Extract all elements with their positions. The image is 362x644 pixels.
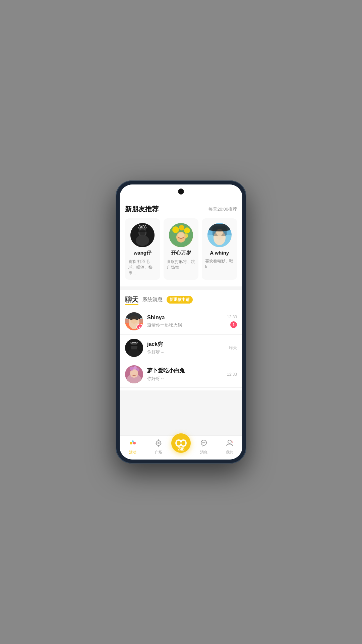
nav-item-square[interactable]: 广场: [145, 439, 171, 455]
avatar-detail-whiny: [207, 223, 232, 247]
chat-preview-jack: 你好呀～: [147, 349, 225, 355]
svg-point-52: [228, 440, 231, 443]
chat-info-shinya: Shinya 邀请你一起吃火锅: [147, 315, 223, 328]
match-center-button[interactable]: 匹配: [171, 433, 191, 453]
svg-point-46: [177, 441, 181, 445]
chat-list: ♥ Shinya 邀请你一起吃火锅 12:33 1: [120, 306, 242, 390]
chat-item-shinya[interactable]: ♥ Shinya 邀请你一起吃火锅 12:33 1: [120, 308, 242, 335]
friend-card-kaixin[interactable]: 开心万岁 喜欢打麻将、跳广场舞: [164, 218, 199, 280]
nav-label-message: 消息: [200, 450, 207, 455]
unread-badge-shinya: 1: [230, 321, 237, 328]
chat-meta-shinya: 12:33 1: [227, 315, 237, 328]
svg-point-49: [202, 442, 203, 443]
friend-desc-wang: 喜欢 打羽毛球、喝酒、撸串...: [128, 259, 157, 276]
chat-meta-luobo: 12:33: [227, 372, 237, 377]
nav-item-mine[interactable]: 我的: [217, 439, 242, 455]
svg-point-8: [179, 225, 184, 230]
svg-point-3: [139, 229, 145, 236]
friend-name-wang: wang仔: [134, 250, 152, 256]
square-icon: [154, 439, 163, 449]
avatar-kaixin: [169, 223, 193, 247]
svg-point-33: [133, 366, 137, 370]
friend-card-wang[interactable]: DMDO wang仔 喜欢 打羽毛球、喝酒、撸串...: [125, 218, 160, 280]
phone-frame: 新朋友推荐 每天20:00推荐 DMDO: [116, 180, 246, 464]
friends-subtitle: 每天20:00推荐: [208, 206, 237, 212]
friends-header: 新朋友推荐 每天20:00推荐: [125, 205, 237, 214]
nav-item-match[interactable]: 匹配: [171, 440, 191, 453]
svg-point-51: [204, 442, 205, 443]
friend-desc-whiny: 喜欢看电影、唱k: [205, 258, 234, 270]
avatar-wang: DMDO: [130, 223, 155, 247]
svg-point-35: [130, 442, 132, 444]
friend-desc-kaixin: 喜欢打麻将、跳广场舞: [167, 259, 195, 270]
svg-point-9: [184, 227, 190, 233]
chat-time-jack: 昨天: [229, 345, 237, 351]
chat-info-luobo: 萝卜爱吃小白兔 你好呀～: [147, 367, 223, 382]
chat-preview-luobo: 你好呀～: [147, 376, 223, 382]
svg-point-4: [136, 235, 149, 246]
svg-point-7: [172, 226, 179, 233]
message-icon: [199, 439, 208, 449]
svg-rect-5: [137, 230, 148, 232]
svg-point-32: [130, 367, 134, 371]
svg-point-50: [203, 442, 204, 443]
bottom-nav: 活动 广场: [120, 435, 242, 460]
friends-title: 新朋友推荐: [125, 205, 159, 214]
avatar-detail-kaixin: [169, 223, 193, 247]
chat-meta-jack: 昨天: [229, 345, 237, 351]
avatar-luobo: [125, 365, 143, 383]
content-area: 新朋友推荐 每天20:00推荐 DMDO: [120, 199, 242, 435]
chat-name-shinya: Shinya: [147, 315, 223, 321]
chat-name-jack: jack穷: [147, 341, 225, 348]
phone-screen: 新朋友推荐 每天20:00推荐 DMDO: [120, 184, 242, 460]
system-msg-button[interactable]: 系统消息: [142, 297, 163, 303]
chat-time-shinya: 12:33: [227, 315, 237, 319]
nav-label-activity: 活动: [129, 450, 136, 455]
chat-item-jack[interactable]: DMDO jack穷 你好呀～ 昨天: [120, 335, 242, 361]
match-label: 匹配: [178, 447, 184, 451]
friends-cards: DMDO wang仔 喜欢 打羽毛球、喝酒、撸串...: [125, 218, 237, 280]
chat-time-luobo: 12:33: [227, 372, 237, 377]
chat-name-luobo: 萝卜爱吃小白兔: [147, 367, 223, 374]
avatar-whiny: [207, 223, 232, 247]
chat-section: 聊天 系统消息 新退款申请: [120, 290, 242, 390]
chat-item-luobo[interactable]: 萝卜爱吃小白兔 你好呀～ 12:33: [120, 361, 242, 388]
chat-preview-shinya: 邀请你一起吃火锅: [147, 322, 223, 328]
nav-label-square: 广场: [155, 450, 162, 455]
nav-item-message[interactable]: 消息: [191, 439, 217, 455]
svg-point-34: [136, 368, 139, 371]
refund-badge[interactable]: 新退款申请: [167, 296, 193, 304]
friend-card-whiny[interactable]: A whiny 喜欢看电影、唱k: [202, 218, 237, 280]
nav-label-mine: 我的: [226, 450, 233, 455]
mine-icon: [225, 439, 234, 449]
svg-point-38: [156, 441, 161, 445]
camera-notch: [179, 189, 183, 194]
activity-icon: [128, 439, 137, 449]
svg-point-47: [181, 441, 185, 445]
friends-section: 新朋友推荐 每天20:00推荐 DMDO: [120, 199, 242, 286]
avatar-jack: DMDO: [125, 339, 143, 357]
friend-name-kaixin: 开心万岁: [171, 250, 191, 256]
svg-point-39: [158, 442, 159, 444]
chat-title: 聊天: [125, 295, 138, 304]
nav-item-activity[interactable]: 活动: [120, 439, 145, 455]
heart-badge-shinya: ♥: [136, 324, 143, 330]
chat-info-jack: jack穷 你好呀～: [147, 341, 225, 355]
svg-rect-27: [131, 345, 137, 346]
avatar-shinya: ♥: [125, 312, 143, 330]
svg-point-36: [133, 442, 136, 444]
svg-point-37: [132, 440, 134, 442]
avatar-detail-wang: DMDO: [130, 223, 155, 247]
chat-header: 聊天 系统消息 新退款申请: [120, 290, 242, 304]
friend-name-whiny: A whiny: [210, 250, 229, 256]
